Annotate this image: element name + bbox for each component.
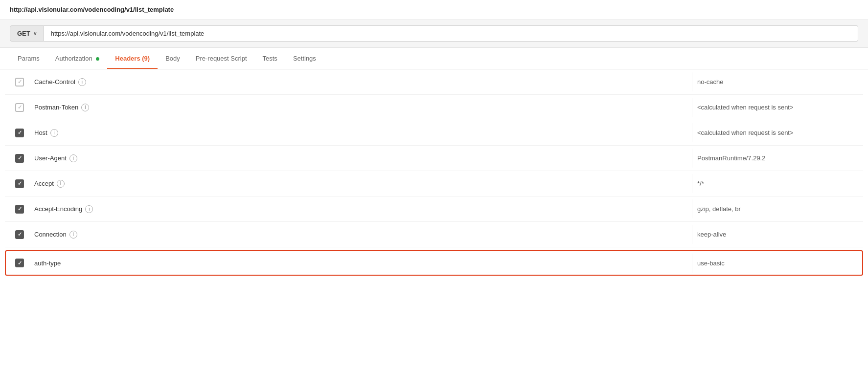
header-key-label: User-Agent	[34, 154, 67, 162]
checkbox-auth-type[interactable]	[15, 259, 24, 267]
checkbox-cell	[10, 154, 29, 163]
info-icon[interactable]: i	[85, 205, 93, 213]
headers-count: 9	[144, 55, 148, 62]
header-key-label: Postman-Token	[34, 104, 78, 111]
headers-content: Cache-Controlino-cachePostman-Tokeni<cal…	[0, 69, 868, 276]
header-key-accept-encoding: Accept-Encodingi	[29, 199, 692, 219]
checkbox-cell	[10, 129, 29, 137]
tab-authorization[interactable]: Authorization	[47, 48, 108, 69]
checkbox-cell	[10, 78, 29, 87]
checkbox-cell	[10, 230, 29, 239]
checkbox-cell	[10, 259, 29, 267]
header-key-label: Host	[34, 129, 47, 136]
header-key-host: Hosti	[29, 123, 692, 143]
checkbox-cell	[10, 179, 29, 188]
request-line: GET ∨	[0, 20, 868, 48]
url-bar: http://api.visionular.com/vodencoding/v1…	[0, 0, 868, 20]
header-key-connection: Connectioni	[29, 225, 692, 244]
header-key-label: auth-type	[34, 260, 61, 267]
header-key-label: Cache-Control	[34, 78, 75, 86]
info-icon[interactable]: i	[50, 129, 58, 137]
header-key-label: Accept-Encoding	[34, 205, 82, 213]
url-input[interactable]	[44, 25, 858, 42]
header-key-user-agent: User-Agenti	[29, 149, 692, 168]
info-icon[interactable]: i	[81, 104, 89, 111]
info-icon[interactable]: i	[69, 231, 77, 239]
checkbox-cell	[10, 205, 29, 214]
tabs-bar: ParamsAuthorization Headers (9)BodyPre-r…	[0, 48, 868, 69]
header-value-accept: */*	[692, 174, 858, 193]
header-key-label: Accept	[34, 180, 54, 187]
header-key-label: Connection	[34, 231, 67, 238]
header-row: Postman-Tokeni<calculated when request i…	[5, 95, 863, 120]
checkbox-cache-control[interactable]	[15, 78, 24, 87]
header-value-cache-control: no-cache	[692, 72, 858, 91]
checkbox-accept-encoding[interactable]	[15, 205, 24, 214]
tab-body[interactable]: Body	[158, 48, 188, 69]
header-row: Hosti<calculated when request is sent>	[5, 120, 863, 146]
header-value-user-agent: PostmanRuntime/7.29.2	[692, 149, 858, 168]
tab-prerequest[interactable]: Pre-request Script	[188, 48, 255, 69]
header-key-accept: Accepti	[29, 174, 692, 194]
info-icon[interactable]: i	[78, 78, 86, 86]
header-value-postman-token: <calculated when request is sent>	[692, 98, 858, 117]
tab-params[interactable]: Params	[10, 48, 47, 69]
header-row: Accepti*/*	[5, 171, 863, 196]
header-key-cache-control: Cache-Controli	[29, 72, 692, 92]
header-row: Connectionikeep-alive	[5, 222, 863, 247]
info-icon[interactable]: i	[69, 154, 77, 162]
header-value-auth-type: use-basic	[692, 254, 858, 273]
method-selector[interactable]: GET ∨	[10, 25, 44, 42]
header-value-host: <calculated when request is sent>	[692, 123, 858, 142]
checkbox-cell	[10, 103, 29, 112]
tab-headers[interactable]: Headers (9)	[107, 48, 158, 69]
authorization-dot	[96, 57, 99, 61]
chevron-down-icon: ∨	[33, 31, 37, 36]
checkbox-postman-token[interactable]	[15, 103, 24, 112]
header-row: Cache-Controlino-cache	[5, 69, 863, 95]
header-row: auth-typeuse-basic	[5, 250, 863, 276]
checkbox-connection[interactable]	[15, 230, 24, 239]
header-value-accept-encoding: gzip, deflate, br	[692, 199, 858, 218]
method-label: GET	[17, 30, 30, 37]
checkbox-accept[interactable]	[15, 179, 24, 188]
header-value-connection: keep-alive	[692, 225, 858, 244]
checkbox-host[interactable]	[15, 129, 24, 137]
header-key-auth-type: auth-type	[29, 254, 692, 273]
tab-tests[interactable]: Tests	[255, 48, 285, 69]
tab-settings[interactable]: Settings	[285, 48, 324, 69]
header-row: User-AgentiPostmanRuntime/7.29.2	[5, 146, 863, 171]
url-bar-text: http://api.visionular.com/vodencoding/v1…	[10, 6, 174, 13]
info-icon[interactable]: i	[57, 180, 65, 188]
header-row: Accept-Encodingigzip, deflate, br	[5, 196, 863, 222]
checkbox-user-agent[interactable]	[15, 154, 24, 163]
header-key-postman-token: Postman-Tokeni	[29, 98, 692, 117]
